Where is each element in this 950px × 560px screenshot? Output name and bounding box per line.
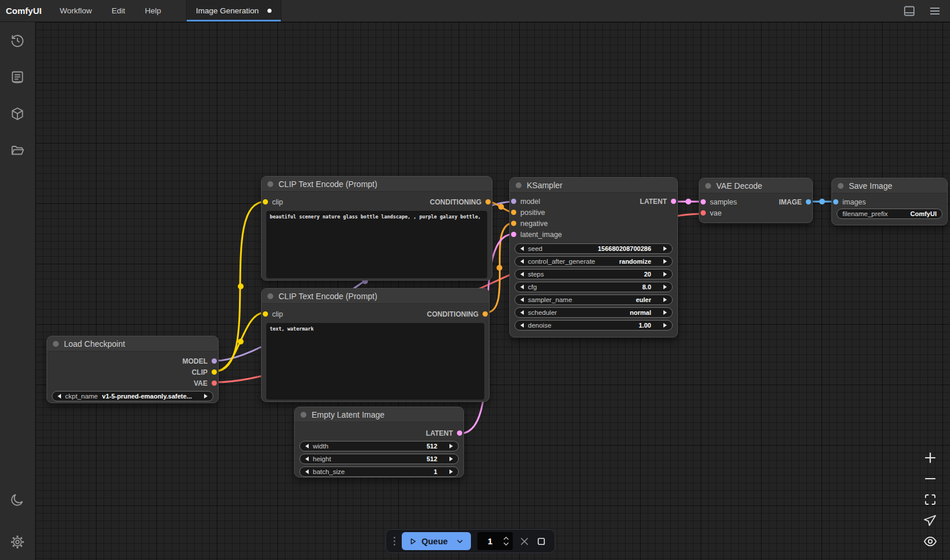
collapse-dot-icon[interactable] xyxy=(267,293,273,299)
widget-height[interactable]: height 512 xyxy=(299,454,459,464)
widget-increment-icon[interactable] xyxy=(663,323,667,328)
widget-control-after-generate[interactable]: control_after_generate randomize xyxy=(515,256,673,267)
collapse-dot-icon[interactable] xyxy=(267,181,273,187)
node-load-checkpoint[interactable]: Load Checkpoint MODEL CLIP VAE ckpt_name… xyxy=(47,336,219,403)
prompt-textarea[interactable]: text, watermark xyxy=(266,323,484,400)
clear-queue-x-icon[interactable] xyxy=(519,536,530,547)
node-title-bar[interactable]: CLIP Text Encode (Prompt) xyxy=(262,289,489,304)
node-graph-canvas[interactable] xyxy=(35,22,950,560)
output-slot-model[interactable] xyxy=(212,358,217,364)
node-title-bar[interactable]: Save Image xyxy=(832,178,947,193)
zoom-out-icon[interactable] xyxy=(923,472,937,486)
model-library-icon[interactable] xyxy=(10,106,25,121)
collapse-dot-icon[interactable] xyxy=(516,182,522,188)
input-slot-clip[interactable] xyxy=(263,311,268,317)
collapse-dot-icon[interactable] xyxy=(838,183,844,189)
widget-width[interactable]: width 512 xyxy=(299,441,459,451)
widget-denoise[interactable]: denoise 1.00 xyxy=(515,320,673,331)
zoom-in-icon[interactable] xyxy=(923,451,937,465)
input-slot-positive[interactable] xyxy=(511,210,516,215)
widget-increment-icon[interactable] xyxy=(663,297,667,302)
output-slot-latent[interactable] xyxy=(457,430,462,436)
output-slot-conditioning[interactable] xyxy=(483,311,488,317)
node-title-bar[interactable]: CLIP Text Encode (Prompt) xyxy=(262,177,492,192)
widget-decrement-icon[interactable] xyxy=(305,444,309,448)
widget-decrement-icon[interactable] xyxy=(520,310,524,315)
select-mode-arrow-icon[interactable] xyxy=(923,514,937,527)
widget-steps[interactable]: steps 20 xyxy=(515,269,673,279)
toggle-link-visibility-eye-icon[interactable] xyxy=(923,534,937,548)
widget-filename-prefix[interactable]: filename_prefix ComfyUI xyxy=(837,209,942,219)
widget-decrement-icon[interactable] xyxy=(305,469,309,474)
bottom-panel-toggle-icon[interactable] xyxy=(902,4,916,18)
workflows-folder-icon[interactable] xyxy=(10,143,25,158)
batch-count-input[interactable]: 1 xyxy=(477,532,513,550)
node-title-bar[interactable]: VAE Decode xyxy=(699,178,812,193)
node-vae-decode[interactable]: VAE Decode samples IMAGE vae xyxy=(699,178,813,223)
node-empty-latent-image[interactable]: Empty Latent Image LATENT width 512 heig… xyxy=(294,407,464,478)
input-slot-images[interactable] xyxy=(833,199,838,204)
widget-decrement-icon[interactable] xyxy=(520,246,524,251)
node-clip-text-encode-negative[interactable]: CLIP Text Encode (Prompt) clip CONDITION… xyxy=(261,288,490,402)
input-slot-model[interactable] xyxy=(511,199,516,204)
widget-increment-icon[interactable] xyxy=(663,246,667,251)
widget-increment-icon[interactable] xyxy=(663,259,667,264)
node-title-bar[interactable]: Empty Latent Image xyxy=(295,407,463,422)
widget-increment-icon[interactable] xyxy=(449,444,453,448)
history-icon[interactable] xyxy=(10,33,25,48)
widget-increment-icon[interactable] xyxy=(449,469,453,474)
widget-increment-icon[interactable] xyxy=(663,310,667,315)
input-slot-samples[interactable] xyxy=(701,199,706,204)
widget-increment-icon[interactable] xyxy=(663,285,667,289)
hamburger-menu-icon[interactable] xyxy=(928,4,942,18)
widget-seed[interactable]: seed 156680208700286 xyxy=(515,243,673,254)
fit-view-icon[interactable] xyxy=(923,493,937,507)
widget-decrement-icon[interactable] xyxy=(520,285,524,289)
widget-cfg[interactable]: cfg 8.0 xyxy=(515,282,673,292)
widget-decrement-icon[interactable] xyxy=(520,297,524,302)
input-slot-negative[interactable] xyxy=(511,221,516,226)
theme-toggle-moon-icon[interactable] xyxy=(10,492,25,507)
output-slot-clip[interactable] xyxy=(212,369,217,375)
input-slot-latent-image[interactable] xyxy=(511,232,516,237)
node-title-bar[interactable]: KSampler xyxy=(510,178,677,193)
widget-ckpt-name[interactable]: ckpt_name v1-5-pruned-emaonly.safete... xyxy=(52,391,213,401)
input-slot-vae[interactable] xyxy=(701,210,706,216)
widget-decrement-icon[interactable] xyxy=(58,394,61,399)
menu-edit[interactable]: Edit xyxy=(102,0,135,21)
collapse-dot-icon[interactable] xyxy=(53,341,59,347)
widget-increment-icon[interactable] xyxy=(663,272,667,277)
widget-increment-icon[interactable] xyxy=(204,394,208,399)
node-ksampler[interactable]: KSampler model LATENT positive negative … xyxy=(509,177,678,338)
output-slot-image[interactable] xyxy=(806,199,811,204)
drag-handle-icon[interactable] xyxy=(394,537,395,545)
output-slot-conditioning[interactable] xyxy=(485,199,491,204)
stop-square-icon[interactable] xyxy=(536,536,547,547)
widget-decrement-icon[interactable] xyxy=(520,259,524,264)
menu-help[interactable]: Help xyxy=(135,0,171,21)
chevron-down-icon[interactable] xyxy=(456,537,464,545)
widget-sampler-name[interactable]: sampler_name euler xyxy=(515,295,673,305)
menu-workflow[interactable]: Workflow xyxy=(50,0,102,21)
prompt-textarea[interactable]: beautiful scenery nature glass bottle la… xyxy=(266,211,487,278)
output-slot-vae[interactable] xyxy=(212,380,217,386)
input-slot-clip[interactable] xyxy=(263,199,268,204)
node-library-icon[interactable] xyxy=(10,70,25,85)
collapse-dot-icon[interactable] xyxy=(301,412,306,418)
widget-scheduler[interactable]: scheduler normal xyxy=(515,307,673,318)
widget-decrement-icon[interactable] xyxy=(305,457,309,461)
tab-image-generation[interactable]: Image Generation xyxy=(186,0,281,21)
node-clip-text-encode-positive[interactable]: CLIP Text Encode (Prompt) clip CONDITION… xyxy=(261,176,492,281)
settings-gear-icon[interactable] xyxy=(10,534,25,550)
stepper-down-icon[interactable] xyxy=(503,542,509,546)
output-slot-latent[interactable] xyxy=(671,199,676,204)
widget-decrement-icon[interactable] xyxy=(520,323,524,328)
node-save-image[interactable]: Save Image images filename_prefix ComfyU… xyxy=(831,178,948,225)
node-title-bar[interactable]: Load Checkpoint xyxy=(47,336,218,351)
widget-batch-size[interactable]: batch_size 1 xyxy=(299,466,459,477)
widget-increment-icon[interactable] xyxy=(449,457,453,461)
widget-decrement-icon[interactable] xyxy=(520,272,524,277)
queue-button[interactable]: Queue xyxy=(402,532,471,550)
stepper-up-icon[interactable] xyxy=(503,536,509,540)
collapse-dot-icon[interactable] xyxy=(705,183,711,189)
